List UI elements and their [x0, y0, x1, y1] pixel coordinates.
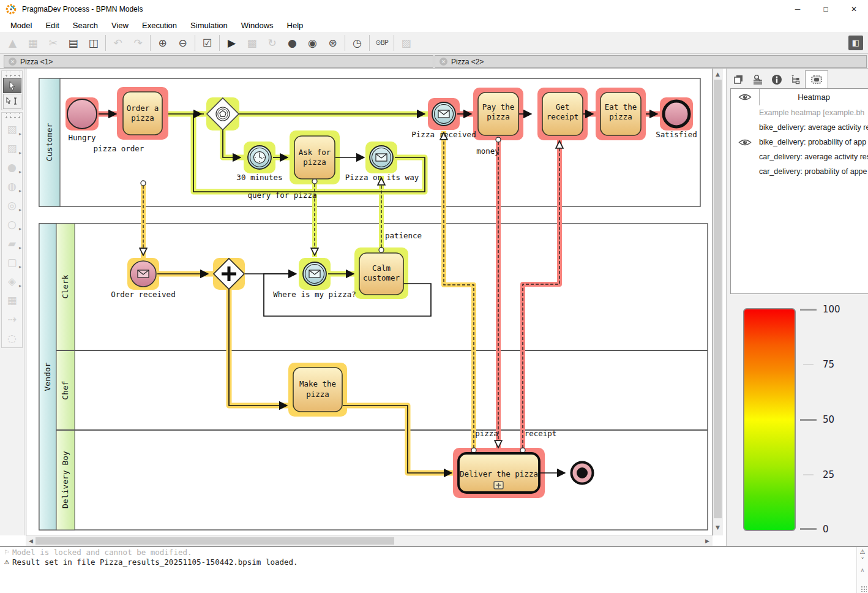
- task-pay-the-pizza[interactable]: Pay the pizza: [478, 93, 518, 135]
- cut-icon[interactable]: ✂: [43, 34, 63, 51]
- play-icon[interactable]: ▶: [222, 34, 242, 51]
- menu-edit[interactable]: Edit: [39, 20, 65, 31]
- message-start-event-order-received[interactable]: [130, 261, 156, 287]
- horizontal-scroll-thumb[interactable]: [36, 537, 394, 545]
- lane-tool-button[interactable]: ▨▸: [2, 138, 22, 157]
- start-event-tool-button[interactable]: ●▸: [2, 157, 22, 176]
- scroll-left-icon[interactable]: ◀: [26, 538, 36, 544]
- task-order-a-pizza[interactable]: Order a pizza: [123, 92, 162, 135]
- diagram-canvas[interactable]: Customer Vendor Clerk Chef Delivery Boy: [26, 69, 713, 535]
- resize-grip[interactable]: [861, 586, 867, 592]
- chevron-down-icon[interactable]: ⌄: [857, 554, 868, 560]
- stop-icon[interactable]: ●: [282, 34, 302, 51]
- scale-tick-50: [800, 419, 817, 421]
- message-event-pizza-on-its-way[interactable]: [370, 146, 393, 169]
- task-get-receipt[interactable]: Get receipt: [542, 93, 583, 135]
- menu-model[interactable]: Model: [4, 20, 39, 31]
- eye-icon[interactable]: [738, 93, 752, 101]
- group-tool-button[interactable]: ▦: [2, 290, 22, 309]
- heatmap-row[interactable]: car_delivery: average activity res: [731, 149, 868, 164]
- menu-view[interactable]: View: [105, 20, 135, 31]
- vertical-scroll-thumb[interactable]: [714, 80, 722, 518]
- menu-search[interactable]: Search: [66, 20, 105, 31]
- subprocess-tool-button[interactable]: ▢▸: [2, 252, 22, 271]
- redo-icon[interactable]: ↷: [128, 34, 148, 51]
- close-button[interactable]: ✕: [840, 0, 868, 18]
- tab-search-results-icon[interactable]: [748, 70, 767, 88]
- diamond-tool-button[interactable]: ◈▸: [2, 271, 22, 290]
- scroll-up-icon[interactable]: ▲: [713, 71, 723, 77]
- tab-pizza-2[interactable]: ✕ Pizza <2>: [435, 55, 867, 68]
- gateway-tool-button[interactable]: ○▸: [2, 214, 22, 233]
- pointer-palette: [1, 70, 23, 110]
- export-diagram-icon[interactable]: ◫: [83, 34, 103, 51]
- subprocess-deliver-the-pizza[interactable]: Deliver the pizza: [458, 453, 539, 493]
- check-model-icon[interactable]: ☑: [197, 34, 217, 51]
- end-event-tool-button[interactable]: ◎▸: [2, 195, 22, 214]
- step-run-icon[interactable]: ◉: [302, 34, 323, 51]
- log-line: ⚐ Model is locked and cannot be modified…: [2, 548, 868, 557]
- canvas-horizontal-scrollbar[interactable]: ◀ ▶: [26, 535, 713, 546]
- task-tool-button[interactable]: ▰▸: [2, 233, 22, 252]
- tab-heatmap-icon[interactable]: [805, 70, 828, 88]
- message-flow-tool-button[interactable]: ⇢: [2, 309, 22, 328]
- navigate-up-icon[interactable]: ▲: [2, 34, 23, 51]
- tab-models-icon[interactable]: [729, 70, 748, 88]
- task-calm-customer[interactable]: Calm customer: [359, 253, 403, 295]
- task-eat-the-pizza[interactable]: Eat the pizza: [600, 93, 641, 135]
- panel-toggle-icon[interactable]: ◧: [848, 36, 863, 50]
- eye-icon[interactable]: [738, 138, 752, 146]
- menu-windows[interactable]: Windows: [234, 20, 280, 31]
- start-event-hungry[interactable]: [67, 99, 97, 129]
- tab-close-icon[interactable]: ✕: [440, 58, 447, 66]
- pause-icon[interactable]: ▩: [242, 34, 262, 51]
- message-log-panel: ⚐ Model is locked and cannot be modified…: [0, 546, 868, 593]
- intermediate-event-tool-button[interactable]: ◍▸: [2, 176, 22, 195]
- bpmn-diagram: Customer Vendor Clerk Chef Delivery Boy: [26, 69, 713, 535]
- tab-info-icon[interactable]: [767, 70, 786, 88]
- fast-run-icon[interactable]: ⊛: [323, 34, 343, 51]
- message-event-pizza-received[interactable]: [432, 102, 455, 126]
- palette-drag-handle[interactable]: [3, 113, 21, 119]
- restart-icon[interactable]: ↻: [262, 34, 282, 51]
- undo-icon[interactable]: ↶: [108, 34, 128, 51]
- label-pizza-on-its-way: Pizza on its way: [345, 173, 419, 182]
- minimize-button[interactable]: ─: [784, 0, 812, 18]
- svg-text:customer: customer: [363, 273, 400, 282]
- subprocess-expand-icon[interactable]: [494, 482, 503, 489]
- tab-close-icon[interactable]: ✕: [9, 58, 17, 66]
- scroll-down-icon[interactable]: ▼: [713, 524, 723, 531]
- zoom-in-icon[interactable]: ⊕: [152, 34, 173, 51]
- print-icon[interactable]: ▤: [63, 34, 83, 51]
- pool-tool-button[interactable]: ▧▸: [2, 119, 22, 138]
- menu-help[interactable]: Help: [280, 20, 310, 31]
- menu-execution[interactable]: Execution: [135, 20, 184, 31]
- end-event-satisfied[interactable]: [664, 101, 689, 127]
- heatmap-row[interactable]: bike_delivery: average activity re: [731, 120, 868, 135]
- scroll-right-icon[interactable]: ▶: [702, 538, 713, 544]
- save-icon[interactable]: ▦: [23, 34, 43, 51]
- chevron-up-icon[interactable]: ∧: [857, 567, 868, 573]
- tab-pizza-1[interactable]: ✕ Pizza <1>: [4, 55, 433, 68]
- heatmap-row[interactable]: bike_delivery: probability of app: [731, 135, 868, 149]
- trace-icon[interactable]: ▨: [396, 34, 416, 51]
- task-ask-for-pizza[interactable]: Ask for pizza: [294, 136, 335, 179]
- lane-label-chef: Chef: [61, 380, 70, 399]
- heatmap-row[interactable]: Example heatmap [example.bh: [731, 105, 868, 120]
- palette-drag-handle[interactable]: [3, 72, 21, 77]
- maximize-button[interactable]: □: [812, 0, 840, 18]
- task-make-the-pizza[interactable]: Make the pizza: [293, 368, 342, 412]
- menu-simulation[interactable]: Simulation: [184, 20, 234, 31]
- end-event-delivered[interactable]: [572, 463, 593, 484]
- tab-hierarchy-icon[interactable]: [786, 70, 805, 88]
- watch-bpmn-icon[interactable]: ⊙BP: [372, 34, 392, 51]
- canvas-vertical-scrollbar[interactable]: ▲ ▼: [713, 69, 723, 535]
- timer-event-30-minutes[interactable]: [248, 146, 271, 169]
- heatmap-row[interactable]: car_delivery: probability of appe: [731, 164, 868, 179]
- association-tool-button[interactable]: ◌: [2, 328, 22, 347]
- select-tool-button[interactable]: [3, 78, 21, 93]
- zoom-out-icon[interactable]: ⊖: [173, 34, 193, 51]
- message-event-where-is-my-pizza[interactable]: [303, 262, 326, 285]
- timed-run-icon[interactable]: ◷: [347, 34, 367, 51]
- text-select-tool-button[interactable]: [3, 94, 21, 109]
